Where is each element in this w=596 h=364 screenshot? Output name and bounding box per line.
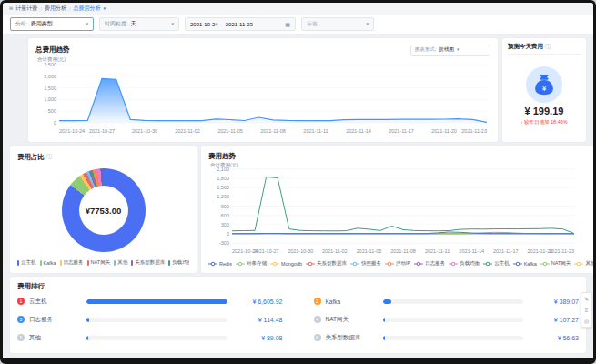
chevron-down-icon[interactable]: ▾ [104, 6, 106, 11]
legend-item[interactable]: NAT网关 [87, 259, 111, 266]
legend-item[interactable]: 浮动IP [385, 260, 410, 267]
total-trend-chart-type-select[interactable]: 图表形式: 折线图 ▾ [410, 45, 490, 56]
svg-text:2021-11-02: 2021-11-02 [322, 248, 348, 254]
legend-line-marker [270, 261, 279, 267]
money-bag-icon: ¥ [526, 66, 562, 103]
legend-item[interactable]: 云主机 [483, 260, 510, 267]
date-range-picker[interactable]: 2021-10-24 - 2021-11-23 ▦ [185, 17, 296, 31]
legend-line-marker [414, 261, 423, 267]
rank-badge: 3 [17, 316, 25, 323]
svg-text:2021-11-08: 2021-11-08 [260, 128, 286, 134]
legend-item[interactable]: 关系型数据库 [306, 260, 347, 267]
legend-item[interactable]: 其他 [574, 260, 595, 267]
ranking-row[interactable]: 5其他¥ 89.08 [17, 329, 283, 347]
svg-text:900: 900 [221, 204, 229, 209]
legend-item[interactable]: 云主机 [17, 259, 36, 266]
tag-select[interactable]: 标签 ▾ [301, 17, 374, 31]
tag-select-placeholder: 标签 [307, 20, 318, 28]
chart-type-value: 折线图 [439, 46, 455, 53]
rank-badge: 5 [17, 334, 25, 341]
legend-item[interactable]: NAT网关 [540, 260, 571, 267]
granularity-select-value: 天 [131, 20, 136, 28]
breadcrumb-separator: / [69, 6, 71, 12]
cost-share-donut-chart[interactable]: ¥7753.00 [62, 168, 146, 252]
arrow-up-icon: ↑ [520, 120, 523, 126]
list-icon[interactable]: ≡ [582, 306, 591, 314]
svg-text:2021-11-17: 2021-11-17 [493, 248, 519, 254]
ranking-row[interactable]: 4NAT网关¥ 107.27 [314, 310, 580, 329]
total-trend-chart[interactable]: 05001,0001,5002,0002,5002021-10-242021-1… [35, 56, 490, 139]
svg-text:2021-10-24: 2021-10-24 [59, 128, 85, 134]
feedback-icon[interactable]: ✎ [582, 295, 591, 303]
legend-item[interactable]: Kafka [40, 260, 56, 266]
calendar-icon: ▦ [285, 21, 290, 27]
legend-item[interactable]: Kafka [513, 261, 537, 267]
rank-amount: ¥ 6,605.92 [232, 298, 283, 305]
legend-line-marker [540, 261, 550, 267]
svg-text:1,500: 1,500 [44, 86, 56, 91]
legend-item[interactable]: Mongodb [270, 261, 302, 267]
app-window: ⊞ 计量计费 / 费用分析 / 总费用分析 ▾ 分组: 费用类型 ▾ 时间粒度:… [0, 0, 596, 364]
total-trend-title: 总费用趋势 [35, 46, 70, 55]
legend-item[interactable]: 负载均衡 [449, 260, 480, 267]
ranking-row[interactable]: 1云主机¥ 6,605.92 [17, 292, 283, 310]
legend-item[interactable]: 日志服务 [60, 259, 84, 266]
info-icon[interactable]: ⓘ [46, 153, 52, 161]
cost-share-card: 费用占比 ⓘ ¥7753.00 云主机Kafka日志服务NAT网关其他关系型数据… [10, 146, 197, 273]
help-icon[interactable]: ◎ [582, 317, 591, 325]
forecast-title: 预测今天费用 [508, 43, 543, 51]
rank-badge: 1 [17, 298, 25, 305]
legend-item[interactable]: 快照服务 [350, 260, 381, 267]
cost-trend-card: 费用趋势 图表形式: 折线图 ▾ -30003006009001,2001,50… [201, 146, 596, 273]
legend-line-marker [513, 261, 522, 267]
rank-amount: ¥ 114.48 [232, 317, 283, 323]
cost-trend-line-chart[interactable]: -30003006009001,2001,5001,8002,1002021-1… [208, 162, 579, 256]
group-select[interactable]: 分组: 费用类型 ▾ [10, 17, 94, 31]
ranking-row[interactable]: 3日志服务¥ 114.48 [17, 310, 283, 329]
legend-line-marker [449, 261, 458, 267]
svg-text:2021-11-17: 2021-11-17 [389, 128, 414, 134]
rank-bar [383, 336, 524, 340]
cost-trend-chart[interactable]: -30003006009001,2001,5001,8002,1002021-1… [208, 162, 596, 259]
legend-line-marker [306, 261, 315, 267]
legend-item[interactable]: 负载均衡 [168, 259, 189, 266]
total-trend-area-chart[interactable]: 05001,0001,5002,0002,5002021-10-242021-1… [35, 56, 490, 136]
menu-grid-icon[interactable]: ⊞ [9, 6, 13, 11]
granularity-select[interactable]: 时间粒度: 天 ▾ [99, 17, 179, 31]
legend-color-mark [40, 260, 42, 266]
legend-color-mark [17, 260, 19, 266]
date-range-start: 2021-10-24 [190, 22, 218, 27]
granularity-select-label: 时间粒度: [105, 20, 128, 28]
breadcrumb-item-billing[interactable]: 计量计费 [15, 5, 37, 13]
rank-service-name: 关系型数据库 [326, 334, 379, 342]
breadcrumb-separator: / [40, 6, 42, 12]
cost-trend-legend: Redis对象存储Mongodb关系型数据库快照服务浮动IP日志服务负载均衡云主… [208, 259, 596, 268]
legend-color-mark [87, 260, 89, 266]
legend-item[interactable]: 关系型数据库 [131, 259, 165, 266]
rank-badge: 4 [314, 316, 321, 323]
rank-amount: ¥ 107.27 [528, 317, 579, 323]
legend-item[interactable]: 日志服务 [414, 260, 445, 267]
legend-item[interactable]: 对象存储 [236, 260, 267, 267]
total-cost-trend-card: 总费用趋势 图表形式: 折线图 ▾ 05001,0001,5002,0002,5… [28, 38, 498, 142]
info-icon[interactable]: ⓘ [545, 43, 551, 51]
rank-bar [383, 299, 524, 304]
svg-text:2,500: 2,500 [44, 62, 56, 67]
rank-bar [86, 318, 227, 322]
ranking-row[interactable]: 2Kafka¥ 389.07 [314, 292, 580, 310]
svg-text:0: 0 [227, 231, 229, 237]
ranking-row[interactable]: 6关系型数据库¥ 56.63 [314, 329, 580, 347]
svg-text:2021-11-20: 2021-11-20 [431, 128, 457, 134]
svg-text:1,800: 1,800 [217, 176, 229, 181]
chevron-down-icon: ▾ [457, 47, 460, 52]
legend-item[interactable]: Redis [208, 261, 232, 267]
svg-text:¥: ¥ [541, 84, 547, 93]
legend-item[interactable]: 其他 [114, 259, 127, 266]
cost-ranking-card: 费用排行 1云主机¥ 6,605.922Kafka¥ 389.073日志服务¥ … [10, 277, 586, 353]
legend-line-marker [483, 261, 492, 267]
breadcrumb-item-cost-analysis[interactable]: 费用分析 [45, 5, 66, 13]
group-select-label: 分组: [15, 20, 28, 28]
breadcrumb-current[interactable]: 总费用分析 [74, 5, 101, 13]
forecast-card: 预测今天费用 ⓘ ¥ ¥ 199.19 ↑ [502, 38, 586, 142]
svg-text:2021-11-14: 2021-11-14 [459, 248, 484, 254]
